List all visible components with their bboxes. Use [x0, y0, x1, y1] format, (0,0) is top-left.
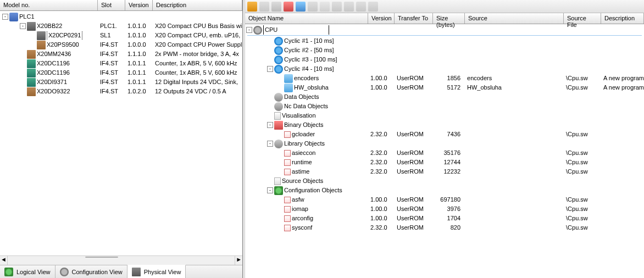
source-cell [465, 195, 564, 204]
object-name: asfw [292, 195, 304, 204]
version-cell: 1.0.1.0 [125, 31, 153, 40]
tree-root[interactable]: - PLC1 [0, 12, 242, 21]
object-group[interactable]: Cyclic #3 - [100 ms] [245, 55, 644, 64]
object-item[interactable]: iomap1.00.0UserROM3976\Cpu.sw [245, 204, 644, 214]
hardware-row[interactable]: X20DI9371IF4.ST1.0.1.112 Digital Inputs … [0, 77, 242, 87]
version-cell: 1.0.2.0 [125, 87, 153, 96]
source-cell: encoders [465, 74, 564, 83]
object-tree[interactable]: - CPU Cyclic #1 - [10 ms]Cyclic #2 - [50… [245, 24, 644, 278]
object-group[interactable]: Cyclic #2 - [50 ms] [245, 46, 644, 55]
object-group[interactable]: -Binary Objects [245, 120, 644, 130]
hardware-row[interactable]: X20DC1196IF4.ST1.0.1.1Counter, 1x ABR, 5… [0, 68, 242, 77]
transfer-cell: UserROM [395, 195, 433, 204]
col-description[interactable]: Description [153, 0, 242, 10]
hardware-row[interactable]: X20MM2436IF4.ST1.1.1.02x PWM - motor bri… [0, 49, 242, 59]
col-transfer-to[interactable]: Transfer To [395, 13, 433, 24]
tool-icon[interactable] [271, 2, 281, 12]
size-cell [433, 92, 465, 102]
source-file-cell: \Cpu.sw [564, 74, 601, 83]
object-group[interactable]: Data Objects [245, 92, 644, 102]
collapse-icon[interactable]: - [267, 187, 273, 193]
size-cell [433, 64, 465, 74]
version-cell: 1.0.1.1 [125, 59, 153, 68]
object-icon [284, 84, 293, 92]
source-file-cell [564, 55, 601, 64]
collapse-icon[interactable]: - [20, 23, 26, 29]
col-model[interactable]: Model no. [0, 0, 98, 10]
collapse-icon[interactable]: - [267, 122, 273, 128]
hardware-row[interactable]: -X20BB22PLC1.1.0.1.0X20 Compact CPU Bus … [0, 21, 242, 31]
object-name: astime [292, 167, 309, 176]
tool-icon[interactable] [296, 2, 306, 12]
object-group[interactable]: -Library Objects [245, 139, 644, 148]
source-file-cell: \Cpu.sw [564, 130, 601, 139]
version-cell [368, 120, 395, 130]
object-item[interactable]: HW_obsluha1.00.0UserROM5172HW_obsluha\Cp… [245, 83, 644, 92]
root-label: PLC1 [19, 12, 35, 21]
col-slot[interactable]: Slot [98, 0, 125, 10]
desc-cell [601, 167, 644, 176]
source-file-cell [564, 111, 601, 120]
hardware-tree[interactable]: - PLC1 -X20BB22PLC1.1.0.1.0X20 Compact C… [0, 11, 242, 255]
tool-icon[interactable] [284, 2, 293, 12]
transfer-cell: UserROM [395, 204, 433, 214]
collapse-icon[interactable]: - [267, 66, 273, 72]
size-cell: 1704 [433, 214, 465, 223]
source-file-cell [564, 92, 601, 102]
object-group[interactable]: Visualisation [245, 111, 644, 120]
desc-cell [601, 120, 644, 130]
source-file-cell: \Cpu.sw [564, 167, 601, 176]
transfer-cell [395, 139, 433, 148]
hardware-row[interactable]: X20PS9500IF4.ST1.0.0.0X20 Compact CPU Po… [0, 40, 242, 49]
col-size[interactable]: Size (bytes) [433, 13, 465, 24]
module-name: X20MM2436 [37, 49, 71, 59]
object-group[interactable]: Nc Data Objects [245, 102, 644, 111]
object-item[interactable]: gcloader2.32.0UserROM7436\Cpu.sw [245, 130, 644, 139]
tab-configuration-view[interactable]: Configuration View [55, 265, 127, 278]
object-group[interactable]: Source Objects [245, 176, 644, 186]
version-cell: 1.1.1.0 [125, 49, 153, 59]
col-version[interactable]: Version [125, 0, 153, 10]
col-version[interactable]: Version [368, 13, 395, 24]
desc-cell: X20 Compact CPU Bus Basis wi [153, 21, 242, 31]
separator [247, 35, 642, 36]
desc-cell [601, 36, 644, 46]
module-icon [27, 69, 36, 77]
object-group[interactable]: -Configuration Objects [245, 186, 644, 195]
collapse-icon[interactable]: - [2, 14, 8, 20]
hardware-row[interactable]: X20DO9322IF4.ST1.0.2.012 Outputs 24 VDC … [0, 87, 242, 96]
source-file-cell: \Cpu.sw [564, 214, 601, 223]
col-object-name[interactable]: Object Name [245, 13, 368, 24]
tab-logical-view[interactable]: Logical View [0, 265, 55, 278]
object-item[interactable]: asfw1.00.0UserROM697180\Cpu.sw [245, 195, 644, 204]
plc-icon [9, 13, 18, 21]
size-cell: 3976 [433, 204, 465, 214]
object-group[interactable]: -Cyclic #4 - [10 ms] [245, 64, 644, 74]
hardware-row[interactable]: X20CP0291SL11.0.1.0X20 Compact CPU, emb.… [0, 31, 242, 40]
source-file-cell [564, 139, 601, 148]
transfer-cell: UserROM [395, 214, 433, 223]
source-file-cell [564, 120, 601, 130]
h-scrollbar[interactable]: ◄ ► [0, 255, 242, 265]
object-icon [274, 65, 283, 74]
object-item[interactable]: encoders1.00.0UserROM1856encoders\Cpu.sw… [245, 74, 644, 83]
object-name: Source Objects [282, 176, 323, 186]
tab-physical-view[interactable]: Physical View [127, 265, 186, 278]
object-item[interactable]: astime2.32.0UserROM12232\Cpu.sw [245, 167, 644, 176]
col-source-file[interactable]: Source File [564, 13, 601, 24]
object-item[interactable]: arconfig1.00.0UserROM1704\Cpu.sw [245, 214, 644, 223]
hardware-row[interactable]: X20DC1196IF4.ST1.0.1.1Counter, 1x ABR, 5… [0, 59, 242, 68]
object-item[interactable]: asieccon2.32.0UserROM35176\Cpu.sw [245, 148, 644, 158]
source-cell [465, 102, 564, 111]
col-source[interactable]: Source [465, 13, 564, 24]
object-group[interactable]: Cyclic #1 - [10 ms] [245, 36, 644, 46]
col-description[interactable]: Description [601, 13, 644, 24]
object-item[interactable]: runtime2.32.0UserROM12744\Cpu.sw [245, 158, 644, 167]
tree-root[interactable]: - CPU [245, 25, 644, 35]
collapse-icon[interactable]: - [246, 27, 252, 33]
object-item[interactable]: sysconf2.32.0UserROM820\Cpu.sw [245, 223, 644, 232]
module-icon [27, 78, 36, 87]
collapse-icon[interactable]: - [267, 141, 273, 147]
build-icon[interactable] [247, 2, 257, 12]
transfer-cell: UserROM [395, 223, 433, 232]
